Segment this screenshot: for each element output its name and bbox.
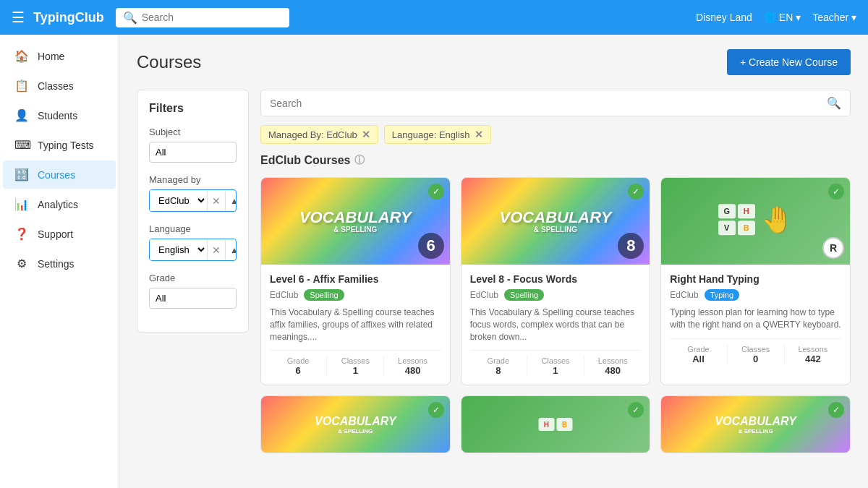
filter-language-input: English ✕ ▲ — [149, 239, 237, 261]
sidebar-item-typing-tests[interactable]: ⌨ Typing Tests — [3, 131, 116, 159]
card-thumb-level8: VOCABULARY & SPELLING ✓ 8 — [461, 178, 650, 265]
support-icon: ❓ — [14, 227, 29, 241]
card-name-right-hand: Right Hand Typing — [670, 273, 841, 285]
filter-language-label: Language — [149, 223, 237, 234]
card-stat-classes-level6: Classes 1 — [327, 356, 384, 376]
sidebar-item-students[interactable]: 👤 Students — [3, 101, 116, 129]
course-card-level8[interactable]: VOCABULARY & SPELLING ✓ 8 Level 8 - Focu… — [461, 177, 651, 385]
app-logo: TypingClub — [33, 10, 104, 25]
card-meta-level8: EdClub Spelling — [470, 289, 642, 301]
sidebar-item-analytics[interactable]: 📊 Analytics — [3, 190, 116, 218]
stat-value-lessons-level8: 480 — [584, 365, 641, 376]
locale-label: EN — [779, 12, 793, 23]
card-stat-classes-right-hand: Classes 0 — [728, 345, 785, 364]
typing-tests-icon: ⌨ — [14, 138, 29, 152]
filter-subject-select[interactable]: All — [149, 142, 237, 163]
filter-managed-by-expand-button[interactable]: ▲ — [225, 192, 237, 210]
card-stat-lessons-level6: Lessons 480 — [384, 356, 441, 376]
filter-language-expand-button[interactable]: ▲ — [225, 241, 237, 260]
home-icon: 🏠 — [14, 49, 29, 63]
card-grade-badge-level8: 8 — [618, 233, 644, 259]
filter-managed-by-clear-button[interactable]: ✕ — [207, 191, 225, 211]
filters-title: Filters — [149, 102, 237, 115]
sidebar-item-settings[interactable]: ⚙ Settings — [3, 249, 116, 278]
filter-language-select[interactable]: English — [150, 239, 207, 260]
search-icon: 🔍 — [123, 11, 137, 25]
stat-value-grade-level6: 6 — [270, 365, 326, 376]
sidebar-item-classes[interactable]: 📋 Classes — [3, 72, 116, 100]
card-body-level8: Level 8 - Focus Words EdClub Spelling Th… — [461, 265, 650, 385]
filter-subject-label: Subject — [149, 127, 237, 137]
card-r-badge: R — [822, 237, 844, 259]
top-nav: ☰ TypingClub 🔍 Disney Land 🌐 EN ▾ Teache… — [0, 0, 868, 35]
sidebar-label-typing-tests: Typing Tests — [38, 140, 94, 151]
nav-search-bar[interactable]: 🔍 — [116, 8, 289, 27]
card-desc-level6: This Vocabulary & Spelling course teache… — [270, 307, 441, 343]
filter-tags: Managed By: EdClub ✕ Language: English ✕ — [260, 125, 851, 144]
search-bar[interactable]: 🔍 — [260, 90, 851, 116]
section-title: EdClub Courses ⓘ — [260, 154, 851, 167]
locale-chevron-icon: ▾ — [796, 12, 801, 23]
card-stats-level6: Grade 6 Classes 1 Lessons 480 — [270, 350, 441, 376]
info-icon[interactable]: ⓘ — [354, 154, 365, 167]
main-layout: 🏠 Home 📋 Classes 👤 Students ⌨ Typing Tes… — [0, 35, 868, 488]
filter-grade-select[interactable]: All — [149, 288, 237, 309]
filter-grade-label: Grade — [149, 273, 237, 283]
search-magnifier-icon: 🔍 — [827, 96, 841, 110]
create-course-button[interactable]: + Create New Course — [727, 49, 851, 75]
students-icon: 👤 — [14, 108, 29, 122]
globe-icon: 🌐 — [764, 12, 776, 23]
card-thumb-right-hand: G H V B 🤚 ✓ — [661, 178, 850, 265]
card-stat-classes-level8: Classes 1 — [527, 356, 584, 376]
user-label: Teacher — [812, 12, 848, 23]
locale-selector[interactable]: 🌐 EN ▾ — [764, 12, 801, 23]
filter-tag-language-remove[interactable]: ✕ — [475, 129, 483, 140]
user-chevron-icon: ▾ — [851, 12, 856, 23]
page-header: Courses + Create New Course — [137, 49, 851, 75]
filter-language-clear-button[interactable]: ✕ — [207, 240, 225, 260]
page-title: Courses — [137, 52, 201, 72]
hamburger-icon[interactable]: ☰ — [12, 9, 25, 26]
card-check-right-hand: ✓ — [828, 184, 844, 200]
vocab-text-level8: VOCABULARY & SPELLING — [461, 210, 650, 234]
classes-icon: 📋 — [14, 79, 29, 93]
card-stat-grade-level6: Grade 6 — [270, 356, 327, 376]
filter-language: Language English ✕ ▲ — [149, 223, 237, 261]
sidebar-item-home[interactable]: 🏠 Home — [3, 42, 116, 70]
filter-tag-managed-by: Managed By: EdClub ✕ — [260, 125, 378, 144]
card-desc-right-hand: Typing lesson plan for learning how to t… — [670, 307, 841, 331]
analytics-icon: 📊 — [14, 197, 29, 211]
card-tag-right-hand: Typing — [705, 289, 739, 301]
course-card-placeholder-2[interactable]: ✓ H B — [461, 395, 651, 453]
sidebar-item-support[interactable]: ❓ Support — [3, 220, 116, 248]
card-check-level6: ✓ — [428, 184, 444, 200]
sidebar-item-courses[interactable]: 🔡 Courses — [3, 160, 116, 189]
user-menu[interactable]: Teacher ▾ — [812, 12, 856, 23]
vocab-text-level6: VOCABULARY & SPELLING — [261, 210, 450, 234]
filter-tag-managed-by-remove[interactable]: ✕ — [362, 129, 370, 140]
course-card-level6[interactable]: VOCABULARY & SPELLING ✓ 6 Level 6 - Affi… — [260, 177, 451, 385]
nav-search-input[interactable] — [142, 12, 282, 23]
courses-panel: 🔍 Managed By: EdClub ✕ Language: English… — [260, 90, 851, 453]
card-meta-level6: EdClub Spelling — [270, 289, 441, 301]
section-title-text: EdClub Courses — [260, 154, 350, 167]
search-input[interactable] — [270, 98, 827, 109]
main-content: Courses + Create New Course Filters Subj… — [119, 35, 868, 488]
filter-managed-by-select[interactable]: EdClub — [150, 190, 207, 211]
stat-value-classes-level6: 1 — [327, 365, 383, 376]
card-provider-level8: EdClub — [470, 290, 498, 300]
course-card-placeholder-3[interactable]: ✓ VOCABULARY & SPELLING — [660, 395, 851, 453]
sidebar-label-support: Support — [38, 228, 73, 240]
course-card-right-hand[interactable]: G H V B 🤚 ✓ — [660, 177, 851, 385]
sidebar-label-students: Students — [38, 110, 77, 121]
courses-icon: 🔡 — [14, 168, 29, 181]
settings-icon: ⚙ — [14, 257, 29, 270]
card-thumb-level6: VOCABULARY & SPELLING ✓ 6 — [261, 178, 450, 265]
course-card-placeholder-1[interactable]: ✓ VOCABULARY & SPELLING — [260, 395, 451, 453]
filters-panel: Filters Subject All Managed by EdClub ✕ … — [137, 90, 249, 333]
sidebar-label-analytics: Analytics — [38, 199, 78, 210]
stat-value-grade-level8: 8 — [470, 365, 527, 376]
stat-value-classes-right-hand: 0 — [728, 354, 784, 364]
filter-subject: Subject All — [149, 127, 237, 163]
card-grade-badge-level6: 6 — [418, 233, 444, 259]
